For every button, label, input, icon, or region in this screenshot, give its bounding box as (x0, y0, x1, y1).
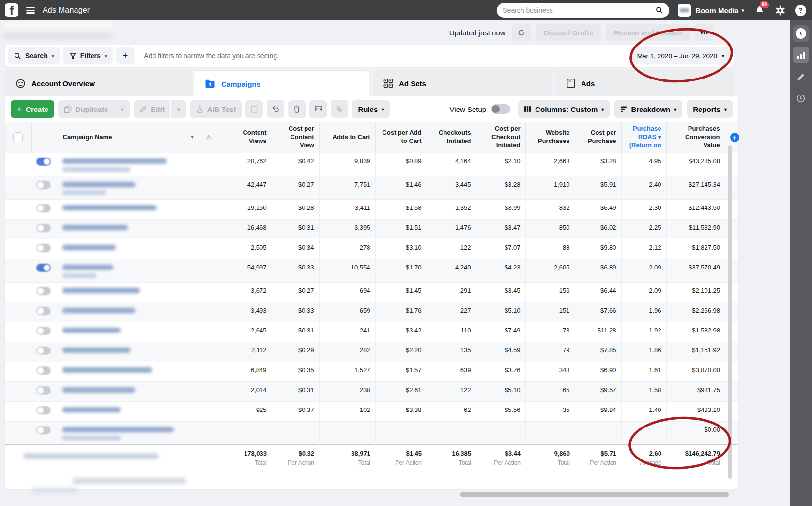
more-options-button[interactable]: ••• (695, 24, 714, 41)
metric-cell: $27,145.34 (666, 176, 725, 199)
metric-cell: $7.49 (476, 322, 525, 342)
metric-cell: $3.10 (375, 239, 427, 259)
refresh-button[interactable] (512, 24, 531, 41)
filters-button[interactable]: Filters ▾ (63, 47, 113, 64)
campaign-toggle[interactable] (36, 406, 51, 414)
metric-cell: 156 (525, 282, 575, 302)
metric-cell: $0.37 (272, 401, 319, 421)
edit-caret-button[interactable]: ▾ (171, 100, 186, 118)
table-row: 20,762$0.429,839$0.894,164$2.102,668$3.2… (5, 153, 738, 176)
metric-cell: 1.40 (621, 401, 666, 421)
campaign-toggle[interactable] (36, 181, 51, 189)
business-search-input[interactable] (503, 6, 656, 14)
facebook-logo[interactable]: f (5, 3, 18, 17)
metric-cell: $5.91 (575, 176, 621, 199)
search-filter-button[interactable]: Search ▾ (8, 47, 60, 64)
tab-account-overview[interactable]: Account Overview (5, 71, 192, 96)
column-header[interactable]: Content Views (219, 122, 272, 153)
reports-button[interactable]: Reports ▾ (687, 100, 733, 118)
horizontal-scrollbar[interactable] (460, 492, 729, 497)
table-totals-row: 178,033Total$0.32Per Action38,971Total$1… (5, 444, 738, 471)
columns-button[interactable]: Columns: Custom ▾ (518, 100, 610, 118)
column-header[interactable]: Cost per Add to Cart (375, 122, 427, 153)
campaign-toggle[interactable] (36, 224, 51, 232)
ab-test-button[interactable]: A/B Test (190, 100, 242, 118)
campaign-name-blurred (56, 421, 199, 444)
column-header[interactable]: Website Purchases (525, 122, 575, 153)
vertical-scrollbar[interactable] (728, 145, 732, 479)
campaign-toggle[interactable] (36, 287, 51, 295)
top-navigation-bar: f Ads Manager Boom Media ▾ 99 ? (0, 0, 812, 20)
date-range-picker[interactable]: Mar 1, 2020 – Jun 29, 2020 ▾ (631, 47, 730, 64)
metric-cell: 10,554 (319, 259, 375, 282)
metric-cell: — (476, 421, 525, 444)
charts-panel-button[interactable] (793, 47, 809, 63)
breakdown-button[interactable]: Breakdown ▾ (614, 100, 682, 118)
tab-label: Ad Sets (399, 79, 426, 88)
campaign-toggle[interactable] (36, 366, 51, 375)
review-publish-button[interactable]: Review and Publish (606, 24, 690, 41)
tab-campaigns[interactable]: Campaigns (194, 71, 369, 97)
add-filter-button[interactable]: + (116, 47, 135, 64)
view-setup-toggle[interactable] (491, 104, 510, 114)
business-search[interactable] (497, 3, 669, 18)
campaign-toggle[interactable] (36, 327, 51, 335)
campaign-toggle[interactable] (36, 347, 51, 355)
column-header[interactable]: Cost per Purchase (575, 122, 621, 153)
metric-cell: $5.10 (476, 381, 525, 401)
tab-ads[interactable]: Ads (556, 71, 734, 96)
column-header[interactable]: Purchases Conversion Value (666, 122, 725, 153)
discard-drafts-button[interactable]: Discard Drafts (536, 24, 601, 41)
edit-button[interactable]: Edit (134, 100, 170, 118)
column-header[interactable]: Checkouts Initiated (427, 122, 476, 153)
metric-cell: 850 (525, 219, 575, 239)
campaign-toggle[interactable] (36, 158, 51, 166)
campaign-toggle[interactable] (36, 307, 51, 315)
rules-button[interactable]: Rules ▾ (352, 100, 390, 118)
notifications-button[interactable]: 99 (755, 5, 765, 15)
campaign-toggle[interactable] (36, 264, 51, 272)
help-button[interactable]: ? (795, 5, 806, 16)
business-avatar[interactable] (678, 4, 691, 17)
metric-cell: 278 (319, 239, 375, 259)
metric-cell: 2,112 (219, 342, 272, 362)
undo-button[interactable] (267, 100, 284, 118)
settings-button[interactable] (775, 5, 785, 16)
select-all-checkbox[interactable] (13, 132, 23, 142)
metric-cell: $9.80 (575, 239, 621, 259)
collapse-panel-button[interactable]: ‹ (793, 25, 809, 42)
add-column-button[interactable]: + (730, 133, 739, 142)
duplicate-button[interactable]: Duplicate (58, 100, 114, 118)
campaign-toggle[interactable] (36, 204, 51, 212)
column-header-campaign-name[interactable]: Campaign Name▾ (56, 122, 199, 153)
metric-cell: 2,668 (525, 153, 575, 176)
totals-value: $5.71 (580, 450, 616, 457)
metric-cell: $7.85 (575, 342, 621, 362)
campaign-toggle[interactable] (36, 426, 51, 434)
pin-button[interactable] (245, 100, 263, 118)
column-header[interactable]: Cost per Content View (272, 122, 319, 153)
totals-sublabel: Total (224, 459, 267, 466)
history-panel-button[interactable] (793, 90, 809, 107)
export-button[interactable] (309, 100, 327, 118)
delete-button[interactable] (288, 100, 306, 118)
campaign-name-blurred (56, 176, 199, 199)
breadcrumb-blurred (4, 23, 112, 39)
campaign-toggle[interactable] (36, 386, 51, 395)
tag-button[interactable] (331, 100, 348, 118)
totals-cell: 2.60Average (621, 444, 666, 471)
sort-caret-icon: ▾ (191, 134, 193, 140)
right-side-rail: ‹ (790, 20, 812, 506)
edit-panel-button[interactable] (793, 69, 809, 85)
account-switcher[interactable]: Boom Media ▾ (695, 6, 744, 15)
column-header[interactable]: Adds to Cart (319, 122, 375, 153)
duplicate-caret-button[interactable]: ▾ (114, 100, 130, 118)
create-button[interactable]: + Create (11, 100, 54, 118)
column-header[interactable]: Cost per Checkout Initiated (476, 122, 525, 153)
metric-cell: $1,151.92 (666, 342, 725, 362)
hamburger-menu-button[interactable] (26, 7, 35, 14)
campaign-toggle[interactable] (36, 244, 51, 252)
table-row: 6,849$0.351,527$1.57639$3.76348$6.901.61… (5, 362, 738, 381)
tab-ad-sets[interactable]: Ad Sets (373, 71, 552, 96)
column-header[interactable]: Purchase ROAS ▾ (Return on (621, 122, 666, 153)
